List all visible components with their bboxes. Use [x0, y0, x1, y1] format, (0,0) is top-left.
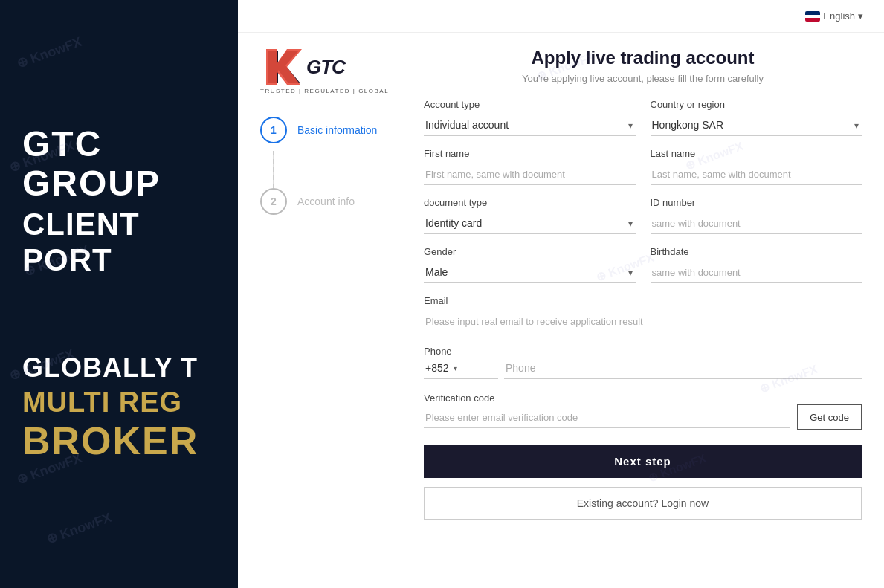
doc-type-group: document type Identity card Passport Dri… [424, 197, 636, 234]
step-2-item[interactable]: 2 Account info [260, 188, 409, 215]
step-connector [273, 151, 274, 188]
get-code-button[interactable]: Get code [797, 404, 862, 430]
form-title: Apply live trading account [424, 48, 862, 68]
row-gender-birth: Gender Male Female Birthdate [424, 246, 862, 283]
account-type-label: Account type [424, 99, 636, 110]
logo-text: GTC [306, 57, 345, 77]
last-name-input[interactable] [651, 164, 862, 185]
first-name-group: First name [424, 148, 636, 185]
steps-container: 1 Basic information 2 Account info [260, 117, 409, 215]
phone-arrow-icon: ▾ [454, 364, 457, 372]
account-type-select[interactable]: Individual account Corporate account [424, 114, 636, 136]
country-group: Country or region Hongkong SAR China Uni… [651, 99, 862, 136]
sidebar: GTC TRUSTED | REGULATED | GLOBAL 1 Basic… [260, 48, 409, 534]
step-1-item[interactable]: 1 Basic information [260, 117, 409, 143]
birthdate-input[interactable] [651, 262, 862, 283]
left-background: GTC GROUP CLIENT PORT GLOBALLY T MULTI R… [0, 0, 238, 588]
gender-group: Gender Male Female [424, 246, 636, 283]
row-verification: Verification code Get code [424, 391, 862, 430]
email-group: Email [424, 295, 862, 332]
last-name-group: Last name [651, 148, 862, 185]
top-bar: English ▾ [238, 0, 884, 33]
logo-icon [260, 48, 305, 86]
phone-input[interactable] [504, 358, 862, 379]
step-2-label: Account info [297, 196, 355, 207]
form-area: Apply live trading account You're applyi… [409, 48, 862, 534]
language-label: English [823, 10, 855, 22]
id-number-group: ID number [651, 197, 862, 234]
id-number-input[interactable] [651, 213, 862, 234]
doc-type-select[interactable]: Identity card Passport Driver's license [424, 213, 636, 234]
logo-area: GTC TRUSTED | REGULATED | GLOBAL [260, 48, 409, 94]
language-button[interactable]: English ▾ [799, 7, 869, 25]
first-name-label: First name [424, 148, 636, 159]
gender-select[interactable]: Male Female [424, 262, 636, 283]
existing-account-button[interactable]: Existing account? Login now [424, 487, 862, 520]
doc-type-label: document type [424, 197, 636, 208]
bg-multi-title: MULTI REG [22, 387, 216, 419]
first-name-input[interactable] [424, 164, 636, 185]
next-step-button[interactable]: Next step [424, 445, 862, 478]
last-name-label: Last name [651, 148, 862, 159]
logo-subtitle: TRUSTED | REGULATED | GLOBAL [260, 88, 409, 94]
form-subtitle: You're applying live account, please fil… [424, 73, 862, 84]
step-1-label: Basic information [297, 124, 377, 136]
doc-type-wrapper: Identity card Passport Driver's license [424, 213, 636, 234]
verification-input[interactable] [424, 407, 790, 428]
email-input[interactable] [424, 311, 862, 332]
gender-wrapper: Male Female [424, 262, 636, 283]
phone-label: Phone [424, 346, 452, 357]
birthdate-label: Birthdate [651, 246, 862, 257]
country-select[interactable]: Hongkong SAR China United States [651, 114, 862, 136]
verification-label: Verification code [424, 392, 494, 404]
row-email: Email [424, 295, 862, 332]
email-label: Email [424, 295, 862, 306]
id-number-label: ID number [651, 197, 862, 208]
bg-gtc-title: GTC GROUP [22, 125, 216, 204]
right-panel: English ▾ GTC [238, 0, 884, 588]
row-account-country: Account type Individual account Corporat… [424, 99, 862, 136]
row-phone: Phone +852 +86 +1 ▾ [424, 344, 862, 379]
phone-code-wrapper: +852 +86 +1 ▾ [424, 358, 498, 379]
step-1-circle: 1 [260, 117, 287, 143]
lang-arrow-icon: ▾ [858, 10, 863, 22]
account-type-wrapper: Individual account Corporate account [424, 114, 636, 136]
row-doc-id: document type Identity card Passport Dri… [424, 197, 862, 234]
bg-broker-title: BROKER [22, 419, 216, 463]
main-content: GTC TRUSTED | REGULATED | GLOBAL 1 Basic… [238, 33, 884, 549]
birthdate-group: Birthdate [651, 246, 862, 283]
gender-label: Gender [424, 246, 636, 257]
country-label: Country or region [651, 99, 862, 110]
phone-code-select[interactable]: +852 +86 +1 [424, 358, 451, 378]
bg-client-title: CLIENT PORT [22, 207, 216, 278]
flag-icon [805, 11, 820, 22]
step-2-circle: 2 [260, 188, 287, 215]
bg-globally-title: GLOBALLY T [22, 352, 216, 384]
account-type-group: Account type Individual account Corporat… [424, 99, 636, 136]
country-wrapper: Hongkong SAR China United States [651, 114, 862, 136]
row-names: First name Last name [424, 148, 862, 185]
